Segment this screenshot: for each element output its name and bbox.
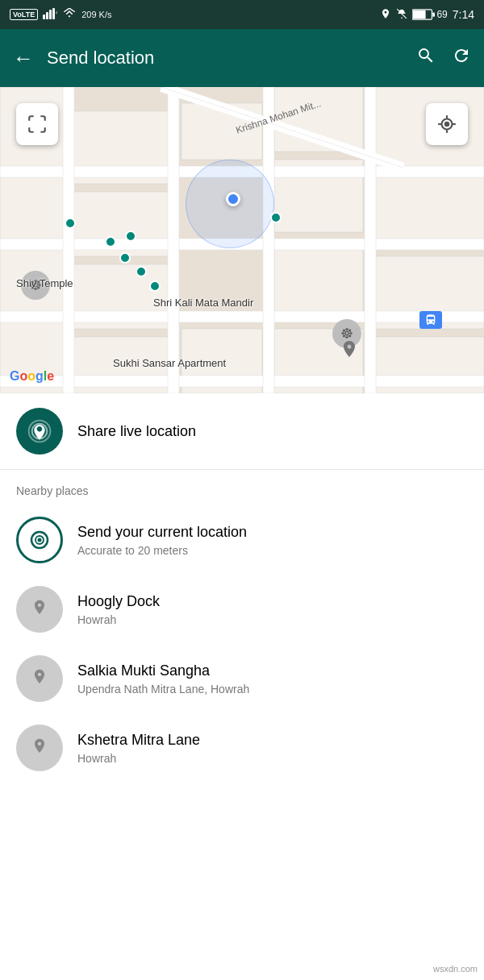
svg-rect-34 bbox=[263, 87, 274, 393]
sukhi-sansar-pin bbox=[339, 339, 360, 371]
google-logo: Google bbox=[10, 369, 54, 384]
nearby-places-header: Nearby places bbox=[0, 470, 484, 505]
salkia-sub: Upendra Nath Mitra Lane, Howrah bbox=[77, 683, 468, 696]
svg-rect-32 bbox=[63, 87, 74, 393]
svg-rect-3 bbox=[52, 8, 55, 19]
current-location-name: Send your current location bbox=[77, 524, 468, 541]
current-location-dot bbox=[226, 192, 240, 206]
svg-text:4G: 4G bbox=[56, 10, 57, 15]
salkia-text: Salkia Mukti Sangha Upendra Nath Mitra L… bbox=[77, 662, 468, 696]
kshetra-item[interactable]: Kshetra Mitra Lane Howrah bbox=[0, 713, 484, 783]
kshetra-name: Kshetra Mitra Lane bbox=[77, 732, 468, 749]
current-location-text: Send your current location Accurate to 2… bbox=[77, 524, 468, 557]
battery-icon: 69 bbox=[412, 9, 447, 20]
hoogly-dock-text: Hoogly Dock Howrah bbox=[77, 593, 468, 626]
svg-rect-25 bbox=[375, 176, 484, 248]
svg-rect-35 bbox=[365, 87, 376, 393]
salkia-name: Salkia Mukti Sangha bbox=[77, 662, 468, 679]
volte-badge: VoLTE bbox=[10, 9, 38, 20]
share-live-label: Share live location bbox=[77, 423, 196, 440]
teal-dot-2 bbox=[105, 236, 116, 247]
salkia-item[interactable]: Salkia Mukti Sangha Upendra Nath Mitra L… bbox=[0, 644, 484, 713]
current-location-icon bbox=[16, 517, 63, 563]
mute-icon bbox=[396, 8, 407, 22]
kali-mata-label: Shri Kali Mata Mandir bbox=[153, 297, 253, 309]
battery-percent: 69 bbox=[436, 9, 447, 20]
svg-rect-7 bbox=[413, 10, 426, 19]
map-locate-button[interactable] bbox=[426, 103, 468, 145]
svg-rect-2 bbox=[49, 10, 52, 19]
kshetra-text: Kshetra Mitra Lane Howrah bbox=[77, 732, 468, 765]
teal-dot-5 bbox=[149, 280, 161, 292]
svg-point-48 bbox=[38, 538, 42, 542]
share-live-location[interactable]: Share live location bbox=[0, 393, 484, 470]
svg-rect-22 bbox=[274, 248, 363, 321]
back-button[interactable]: ← bbox=[13, 46, 34, 71]
bus-icon bbox=[419, 311, 442, 329]
salkia-icon bbox=[16, 655, 63, 702]
hoogly-dock-icon bbox=[16, 586, 63, 633]
location-status-icon bbox=[380, 8, 391, 22]
refresh-button[interactable] bbox=[452, 46, 471, 70]
kshetra-sub: Howrah bbox=[77, 752, 468, 765]
svg-point-43 bbox=[445, 122, 449, 126]
signal-indicator: 4G bbox=[43, 8, 57, 22]
app-bar: ← Send location bbox=[0, 29, 484, 87]
time-display: 7:14 bbox=[453, 8, 474, 21]
app-bar-actions bbox=[416, 46, 471, 70]
page-title: Send location bbox=[47, 48, 403, 69]
status-right: 69 7:14 bbox=[380, 8, 474, 22]
kshetra-icon bbox=[16, 725, 63, 771]
svg-rect-1 bbox=[46, 12, 48, 19]
svg-rect-11 bbox=[0, 176, 65, 240]
teal-dot-1 bbox=[65, 218, 76, 229]
send-current-location-item[interactable]: Send your current location Accurate to 2… bbox=[0, 505, 484, 575]
sukhi-sansar-label: Sukhi Sansar Apartment bbox=[113, 357, 226, 369]
watermark: wsxdn.com bbox=[433, 964, 478, 974]
teal-dot-3 bbox=[119, 252, 131, 264]
current-location-sub: Accurate to 20 meters bbox=[77, 544, 468, 557]
svg-rect-8 bbox=[433, 12, 436, 16]
hoogly-dock-sub: Howrah bbox=[77, 613, 468, 626]
status-bar: VoLTE 4G 209 K/s bbox=[0, 0, 484, 29]
data-speed: 209 K/s bbox=[81, 10, 111, 19]
svg-rect-33 bbox=[168, 87, 179, 393]
svg-rect-0 bbox=[43, 15, 45, 19]
teal-dot-6 bbox=[125, 230, 136, 242]
hoogly-dock-item[interactable]: Hoogly Dock Howrah bbox=[0, 575, 484, 644]
nearby-dot-1 bbox=[270, 212, 282, 223]
shiv-temple-label: Shiv Temple bbox=[16, 277, 73, 289]
teal-dot-4 bbox=[136, 266, 147, 277]
live-location-icon bbox=[16, 408, 63, 455]
status-left: VoLTE 4G 209 K/s bbox=[10, 8, 111, 22]
search-button[interactable] bbox=[416, 46, 436, 70]
hoogly-dock-name: Hoogly Dock bbox=[77, 593, 468, 610]
wifi-icon bbox=[62, 8, 77, 22]
map-view[interactable]: Krishna Mohan Mit... ☸ ☸ Google bbox=[0, 87, 484, 393]
map-expand-button[interactable] bbox=[16, 103, 58, 145]
